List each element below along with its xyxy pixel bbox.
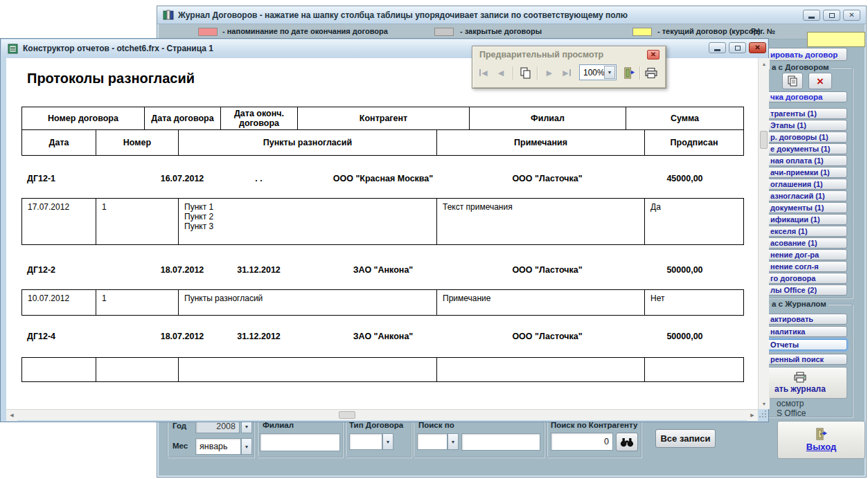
pages-button[interactable] — [517, 64, 533, 81]
close-preview-button[interactable] — [621, 64, 637, 81]
detail-row-2: 10.07.2012 1 Пункты разногласий Примечан… — [21, 289, 744, 316]
restore-button[interactable] — [823, 10, 840, 21]
branch-input[interactable] — [260, 433, 340, 451]
exit-button[interactable]: Выход — [777, 421, 865, 459]
delete-x-icon: × — [817, 75, 824, 87]
sidebar-item-approval[interactable]: асование (1) — [767, 237, 847, 248]
zoom-dropdown-icon[interactable]: ▼ — [604, 66, 615, 79]
detail-date: 10.07.2012 — [22, 290, 96, 315]
sidebar-item-payment[interactable]: ная оплата (1) — [767, 155, 847, 166]
sidebar-item-of-contract[interactable]: го договора — [767, 273, 847, 284]
preview-toolbar-window: Предварительный просмотр ✕ ◀ ◀ ▶ ▶ 100% … — [472, 46, 666, 89]
report-close-button[interactable]: ✕ — [749, 42, 766, 53]
sidebar-item-agreements[interactable]: оглашения (1) — [767, 179, 847, 190]
minimize-button[interactable] — [803, 10, 820, 21]
first-page-button[interactable]: ◀ — [475, 64, 492, 81]
scroll-right-icon[interactable]: ▶ — [747, 410, 758, 421]
legend-swatch-reminder — [198, 28, 218, 36]
sidebar-item-docs2[interactable]: документы (1) — [767, 202, 847, 213]
preview-toolbar: ◀ ◀ ▶ ▶ 100% ▼ — [472, 63, 666, 84]
report-header-row-2: Дата Номер Пункты разногласий Примечания… — [21, 129, 744, 156]
sidebar-item-acceptance[interactable]: ачи-приемки (1) — [767, 167, 847, 178]
contract-type-select[interactable] — [349, 433, 382, 450]
sidebar-item-advanced-search[interactable]: ренный поиск — [767, 354, 847, 365]
last-page-button[interactable]: ▶ — [558, 64, 575, 81]
all-records-button[interactable]: Все записи — [655, 429, 716, 448]
detail-date — [22, 358, 96, 381]
group-contragent: ЗАО "Анкона" — [297, 263, 469, 277]
edit-contract-button[interactable]: ировать договор — [767, 48, 847, 61]
sidebar-item-stages[interactable]: Этапы (1) — [767, 120, 847, 131]
journal-titlebar: Журнал Договоров - нажатие на шапку стол… — [157, 6, 866, 24]
journal-group-label: а с Журналом — [770, 300, 829, 308]
contract-type-dropdown-button[interactable]: ▼ — [382, 433, 393, 450]
vertical-scrollbar[interactable]: ▲ ▼ — [758, 58, 769, 409]
next-page-button[interactable]: ▶ — [541, 64, 558, 81]
group-branch: ООО "Ласточка" — [469, 329, 626, 343]
vertical-scroll-thumb[interactable] — [760, 131, 768, 149]
resize-grip[interactable] — [758, 409, 769, 420]
msoffice-option-label[interactable]: S Office — [777, 408, 806, 418]
delete-contract-button[interactable]: × — [808, 73, 832, 89]
report-header-row-1: Номер договора Дата договора Дата оконч.… — [21, 107, 744, 130]
detail-notes: Текст примечания — [437, 199, 645, 244]
preview-option-label[interactable]: осмотр — [777, 399, 804, 408]
reg-number-label: Рег. № — [751, 27, 775, 35]
header-contract-number: Номер договора — [22, 107, 145, 129]
scroll-left-icon[interactable]: ◀ — [6, 410, 17, 421]
report-preview-window: Конструктор отчетов - otchet6.frx - Стра… — [0, 38, 769, 422]
group-row-dg12-2: ДГ12-2 18.07.2012 31.12.2012 ЗАО "Анкона… — [21, 263, 744, 277]
contragent-search-input[interactable]: 0 — [551, 433, 613, 451]
sidebar-item-other-contracts[interactable]: р. договоры (1) — [767, 132, 847, 143]
month-select[interactable]: январь — [195, 438, 241, 455]
sidebar-item-contract-card[interactable]: чка договора — [767, 91, 847, 102]
sidebar-item-disagreements[interactable]: азногласий (1) — [767, 190, 847, 201]
exit-door-icon — [623, 66, 636, 80]
sidebar-item-agreement-change[interactable]: нение согл-я — [767, 261, 847, 272]
report-minimize-button[interactable] — [709, 42, 726, 53]
journal-window-title: Журнал Договоров - нажатие на шапку стол… — [178, 10, 628, 20]
print-button[interactable] — [643, 64, 659, 81]
detail-points — [179, 358, 437, 381]
sidebar-item-contract-change[interactable]: нение дог-ра — [767, 249, 847, 260]
header-sum: Сумма — [626, 107, 743, 129]
prev-page-button[interactable]: ◀ — [493, 64, 509, 81]
sidebar-item-office-files[interactable]: лы Office (2) — [767, 284, 847, 296]
sidebar-item-edit[interactable]: актировать — [767, 314, 847, 325]
journal-books-icon — [163, 10, 174, 21]
sidebar-item-specifications[interactable]: ификации (1) — [767, 214, 847, 225]
header-contract-date: Дата договора — [145, 107, 221, 129]
search-by-dropdown-button[interactable]: ▼ — [448, 433, 459, 450]
pages-icon — [520, 67, 531, 79]
prev-page-icon: ◀ — [498, 69, 504, 77]
search-by-select[interactable] — [417, 433, 448, 450]
detail-number: 1 — [96, 290, 179, 315]
search-input[interactable] — [461, 433, 540, 451]
legend-swatch-closed — [434, 28, 454, 36]
sidebar-item-analytics[interactable]: налитика — [767, 326, 847, 337]
close-button[interactable]: ✕ — [843, 10, 860, 21]
sidebar-item-contragents[interactable]: трагенты (1) — [767, 108, 847, 119]
detail-signed — [645, 358, 743, 381]
detail-row-1: 17.07.2012 1 Пункт 1 Пункт 2 Пункт 3 Тек… — [21, 198, 744, 245]
legend-swatch-current — [632, 28, 652, 36]
preview-close-button[interactable]: ✕ — [647, 50, 659, 60]
report-page: Протоколы разногласий Номер договора Дат… — [6, 58, 758, 409]
zoom-select[interactable]: 100% ▼ — [579, 64, 617, 80]
scroll-up-icon[interactable]: ▲ — [759, 58, 770, 69]
report-restore-button[interactable] — [729, 42, 746, 53]
exit-label: Выход — [806, 442, 836, 452]
sidebar-item-reports[interactable]: Отчеты — [767, 339, 847, 350]
month-dropdown-button[interactable]: ▼ — [241, 438, 252, 455]
header-contragent: Контрагент — [298, 107, 470, 129]
report-window-title: Конструктор отчетов - otchet6.frx - Стра… — [23, 44, 213, 53]
reg-number-field[interactable] — [807, 32, 865, 47]
horizontal-scrollbar[interactable]: ◀ ▶ — [6, 409, 758, 420]
horizontal-scroll-thumb[interactable] — [339, 411, 355, 419]
scroll-down-icon[interactable]: ▼ — [759, 398, 770, 409]
find-contragent-button[interactable] — [616, 433, 638, 451]
sidebar-item-bills[interactable]: екселя (1) — [767, 226, 847, 237]
sidebar-item-documents[interactable]: е документы (1) — [767, 143, 847, 154]
copy-contract-button[interactable] — [782, 73, 803, 89]
detail-points: Пункт 1 Пункт 2 Пункт 3 — [179, 199, 437, 244]
